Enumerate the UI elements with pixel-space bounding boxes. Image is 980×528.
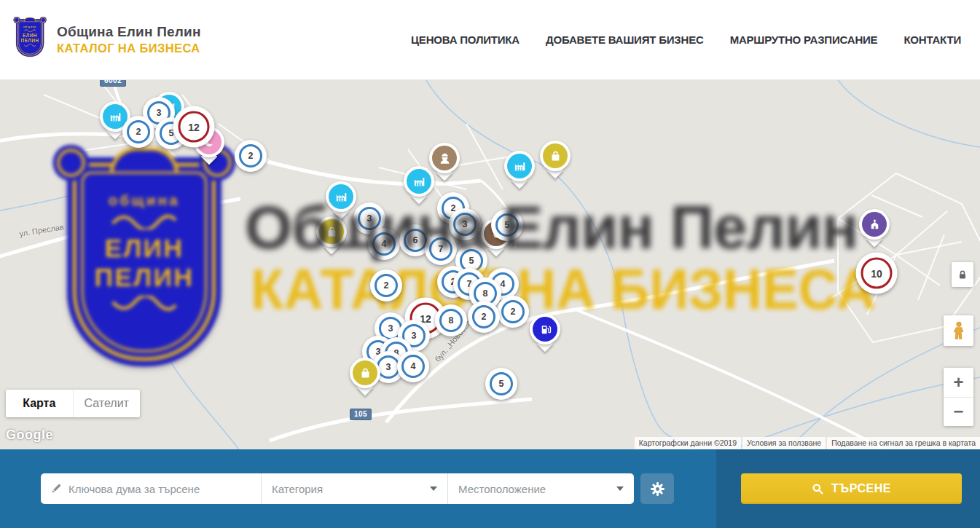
cluster-count: 2 [239,144,262,168]
map-cluster-marker[interactable]: 2 [468,301,500,333]
emblem-name-line1: ЕЛИН [23,32,37,37]
brand-text: Община Елин Пелин КАТАЛОГ НА БИЗНЕСА [57,24,201,55]
nav-contacts[interactable]: КОНТАКТИ [903,34,961,46]
municipality-emblem: община ЕЛИН ПЕЛИН [16,19,44,57]
gear-icon [650,481,665,497]
pin-head [350,358,380,388]
nav-route-schedule[interactable]: МАРШРУТНО РАЗПИСАНИЕ [730,34,878,46]
category-select[interactable]: Категория [261,473,447,504]
cluster-count: 2 [127,120,150,143]
search-icon [812,483,824,495]
site-header: община ЕЛИН ПЕЛИН Общи [0,0,980,80]
main-nav: ЦЕНОВА ПОЛИТИКА ДОБАВЕТЕ ВАШИЯТ БИЗНЕС М… [411,34,980,46]
map-cluster-marker[interactable]: 8 [435,304,467,336]
map-markers-front: 3251222274822128333834510 [0,80,980,449]
category-select-label: Категория [272,483,323,495]
site-logo[interactable]: община ЕЛИН ПЕЛИН Общи [0,19,201,61]
emblem-name-line2: ПЕЛИН [21,38,39,43]
map-lock-button[interactable] [952,262,973,287]
map-type-control: Карта Сателит [6,390,140,417]
pencil-icon [50,482,63,494]
map-type-satellite-button[interactable]: Сателит [73,390,141,417]
map-attribution: Картографски данни ©2019 Условия за полз… [635,437,980,449]
factory-pin-marker[interactable] [404,166,434,197]
search-submit-button[interactable]: ТЪРСЕНЕ [741,473,962,504]
fuel-pin-marker[interactable] [530,314,560,344]
search-button-label: ТЪРСЕНЕ [831,482,891,495]
cluster-count: 10 [861,258,893,289]
factory-icon [109,110,122,124]
map-type-map-button[interactable]: Карта [6,390,73,417]
logo-emblem: община ЕЛИН ПЕЛИН [16,19,48,61]
fuel-icon [538,323,552,336]
page: община ЕЛИН ПЕЛИН Общи [0,0,980,528]
street-view-pegman-button[interactable] [944,315,973,346]
map-cluster-marker[interactable]: 2 [497,296,529,328]
cluster-count: 2 [472,305,495,328]
shopping-bag-icon [549,149,562,163]
google-logo[interactable]: Google [6,427,53,443]
map-cluster-marker[interactable]: 2 [235,140,267,172]
chevron-down-icon [616,486,624,491]
cluster-count: 2 [501,300,525,323]
zoom-in-button[interactable]: + [944,368,973,398]
emblem-name: ЕЛИН ПЕЛИН [21,33,39,43]
emblem-ornament [23,44,36,47]
zoom-out-button[interactable]: − [944,398,973,427]
pin-head [859,209,890,240]
shopping-bag-pin-marker[interactable] [350,358,380,388]
map-cluster-marker[interactable]: 12 [173,106,215,148]
nav-pricing-policy[interactable]: ЦЕНОВА ПОЛИТИКА [411,34,520,46]
shopping-bag-icon [358,366,372,380]
pin-head [540,141,571,171]
search-bar: Категория Местоположение [0,449,980,528]
pin-head [504,151,535,181]
factory-pin-marker[interactable] [504,151,535,181]
report-map-error-link[interactable]: Подаване на сигнал за грешка в картата [827,437,980,449]
map-canvas[interactable]: 6002105ул. Преславбул. „Новосел 22353467… [0,80,980,449]
map-cluster-marker[interactable]: 2 [370,269,402,302]
search-keyword-input[interactable] [41,473,261,504]
site-title: Община Елин Пелин [57,24,201,40]
pin-head [530,314,560,344]
cluster-count: 12 [179,111,210,143]
emblem-ornament [23,28,36,31]
cluster-count: 2 [375,274,398,297]
location-select-label: Местоположение [458,483,546,495]
chevron-down-icon [430,486,437,491]
pin-head [404,166,434,197]
church-icon [868,218,882,232]
zoom-control: + − [944,368,973,426]
terms-of-use-link[interactable]: Условия за ползване [742,437,826,449]
shopping-bag-pin-marker[interactable] [540,141,571,171]
nav-add-your-business[interactable]: ДОБАВЕТЕ ВАШИЯТ БИЗНЕС [546,34,704,46]
map-cluster-marker[interactable]: 10 [856,253,898,294]
map-cluster-marker[interactable]: 4 [397,350,429,382]
site-subtitle: КАТАЛОГ НА БИЗНЕСА [57,42,201,55]
location-select[interactable]: Местоположение [447,473,634,504]
cluster-count: 8 [439,309,463,332]
emblem-body: община ЕЛИН ПЕЛИН [16,19,44,57]
advanced-settings-button[interactable] [640,473,674,504]
map-data-copyright: Картографски данни ©2019 [635,437,741,449]
worker-icon [438,151,452,165]
pegman-icon [951,321,967,340]
padlock-icon [957,268,968,281]
church-pin-marker[interactable] [859,209,890,240]
keyword-field-wrap [41,473,261,504]
factory-icon [513,159,527,173]
map-cluster-marker[interactable]: 5 [485,368,517,400]
cluster-count: 5 [490,372,513,395]
factory-icon [412,175,426,189]
emblem-region-label: община [23,25,36,28]
search-filters: Категория Местоположение [41,473,634,504]
map-cluster-marker[interactable]: 2 [122,116,154,148]
cluster-count: 4 [401,355,425,378]
